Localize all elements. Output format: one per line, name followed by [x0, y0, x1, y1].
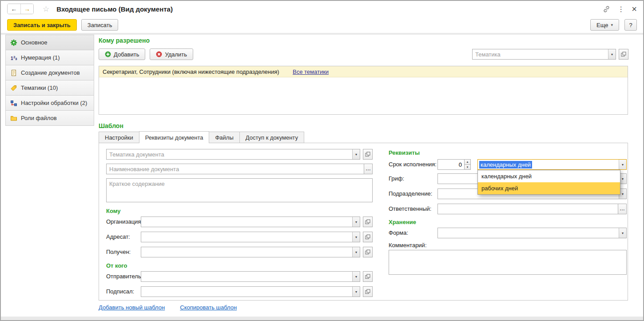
comment-textarea[interactable]	[389, 250, 627, 275]
organization-field: ▾	[141, 217, 373, 227]
sidebar-item-topics[interactable]: Тематики (10)	[5, 80, 94, 96]
signed-by-dropdown-button[interactable]: ▾	[352, 287, 360, 297]
permissions-table-row[interactable]: Секретариат, Сотрудники (включая нижесто…	[99, 66, 628, 77]
document-topic-dropdown-button[interactable]: ▾	[352, 149, 360, 159]
topic-filter-choose-button[interactable]	[619, 49, 628, 60]
responsible-input[interactable]	[438, 204, 618, 214]
add-button-label: Добавить	[114, 51, 139, 58]
addressee-input[interactable]	[141, 232, 352, 242]
delete-button-label: Удалить	[165, 51, 187, 58]
organization-input[interactable]	[141, 217, 352, 227]
get-link-icon[interactable]	[603, 5, 610, 13]
allowed-toolbar: Добавить Удалить	[99, 48, 193, 60]
chevron-down-icon: ▾	[355, 152, 357, 156]
allowed-section-title: Кому разрешено	[99, 37, 150, 44]
row-recipients-cell: Секретариат, Сотрудники (включая нижесто…	[99, 66, 289, 77]
document-name-input[interactable]	[107, 164, 364, 174]
form-label: Форма:	[389, 229, 408, 236]
sidebar-item-document-creation[interactable]: Создание документов	[5, 65, 94, 80]
document-name-field: …	[106, 164, 373, 174]
form-field: ▾	[437, 228, 627, 238]
more-menu-kebab-icon[interactable]: ⋮	[617, 5, 624, 13]
tab-settings[interactable]: Настройки	[99, 132, 139, 143]
tab-document-access[interactable]: Доступ к документу	[239, 132, 304, 143]
sidebar-item-numbering[interactable]: 1 2 3 Нумерация (1)	[5, 50, 94, 65]
add-row-button[interactable]: Добавить	[99, 48, 145, 60]
chevron-down-icon: ▾	[611, 23, 613, 27]
all-topics-link[interactable]: Все тематики	[293, 68, 329, 75]
due-days-spinner: ▲ ▼	[464, 159, 471, 170]
sidebar-item-file-roles[interactable]: Роли файлов	[5, 110, 94, 126]
chevron-down-icon: ▾	[622, 177, 624, 181]
more-button[interactable]: Еще ▾	[590, 19, 619, 31]
document-topic-input-wrap: ▾	[106, 149, 360, 160]
sidebar-item-main[interactable]: Основное	[5, 35, 94, 50]
due-unit-dropdown-button[interactable]: ▾	[619, 160, 626, 169]
addressee-field: ▾	[141, 232, 373, 242]
more-button-label: Еще	[596, 22, 608, 28]
numbering-123-icon: 1 2 3	[10, 54, 17, 61]
delete-row-button[interactable]: Удалить	[150, 48, 193, 60]
add-template-link[interactable]: Добавить новый шаблон	[99, 304, 165, 311]
sender-choose-button[interactable]	[363, 271, 373, 282]
addressee-input-wrap: ▾	[141, 232, 360, 242]
document-topic-choose-button[interactable]	[363, 149, 373, 160]
document-topic-field: ▾	[106, 149, 373, 160]
delete-cross-icon	[156, 51, 162, 57]
copy-template-link[interactable]: Скопировать шаблон	[180, 304, 237, 311]
addressee-dropdown-button[interactable]: ▾	[352, 232, 360, 242]
sidebar-item-label: Настройки обработки (2)	[21, 100, 87, 106]
topic-filter-input[interactable]	[473, 49, 608, 59]
sidebar-item-label: Тематики (10)	[21, 84, 58, 91]
save-and-close-button[interactable]: Записать и закрыть	[7, 19, 77, 31]
form-dropdown-button[interactable]: ▾	[619, 228, 626, 238]
document-icon	[10, 69, 17, 76]
toolbar-separator	[1, 33, 643, 35]
chevron-down-icon: ▾	[355, 235, 357, 239]
received-dropdown-button[interactable]: ▾	[352, 247, 360, 257]
due-unit-option-calendar[interactable]: календарных дней	[478, 170, 620, 182]
signed-by-choose-button[interactable]	[363, 286, 373, 297]
back-button[interactable]: ←	[8, 4, 20, 14]
received-label: Получен:	[106, 249, 131, 255]
tab-document-requisites[interactable]: Реквизиты документа	[139, 131, 210, 143]
document-topic-input[interactable]	[107, 149, 352, 159]
responsible-field: …	[437, 204, 627, 214]
tab-files[interactable]: Файлы	[209, 132, 239, 143]
due-unit-combo[interactable]: календарных дней ▾	[477, 159, 627, 170]
window-title: Входящее письмо (Вид документа)	[56, 5, 173, 13]
favorite-star-icon[interactable]: ☆	[43, 4, 49, 14]
received-choose-button[interactable]	[363, 247, 373, 257]
spin-up-icon: ▲	[466, 160, 469, 163]
close-icon[interactable]: ×	[632, 4, 637, 13]
spin-down-button[interactable]: ▼	[464, 165, 471, 170]
received-input[interactable]	[141, 247, 352, 257]
due-days-input[interactable]	[437, 159, 465, 170]
organization-choose-button[interactable]	[363, 217, 373, 227]
chevron-down-icon: ▾	[355, 250, 357, 254]
sender-dropdown-button[interactable]: ▾	[352, 272, 360, 281]
save-button[interactable]: Записать	[81, 19, 119, 31]
department-label: Подразделение:	[389, 190, 432, 197]
organization-dropdown-button[interactable]: ▾	[352, 217, 360, 227]
help-button[interactable]: ?	[624, 19, 637, 31]
responsible-ellipsis-button[interactable]: …	[618, 204, 627, 214]
sidebar-item-label: Основное	[21, 39, 48, 46]
form-input[interactable]	[438, 228, 619, 238]
chevron-down-icon: ▾	[622, 192, 624, 196]
forward-button[interactable]: →	[20, 4, 33, 14]
grif-label: Гриф:	[389, 175, 404, 182]
document-name-input-wrap	[106, 164, 364, 174]
titlebar-actions: ⋮ ×	[603, 4, 637, 13]
summary-textarea[interactable]	[106, 178, 373, 202]
sidebar-item-processing-settings[interactable]: Настройки обработки (2)	[5, 95, 94, 111]
document-name-ellipsis-button[interactable]: …	[364, 164, 373, 174]
due-unit-option-working[interactable]: рабочих дней	[478, 182, 620, 194]
addressee-choose-button[interactable]	[363, 232, 373, 242]
sender-input[interactable]	[141, 272, 352, 281]
signed-by-input[interactable]	[141, 287, 352, 297]
chevron-down-icon: ▾	[622, 231, 624, 235]
topic-filter-dropdown-button[interactable]: ▾	[608, 49, 616, 59]
chevron-down-icon: ▾	[355, 220, 357, 224]
template-section-title: Шаблон	[99, 122, 123, 129]
